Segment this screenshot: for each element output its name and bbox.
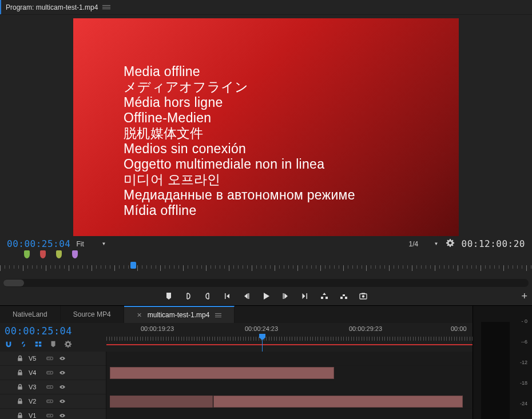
extract-button[interactable] xyxy=(334,288,354,304)
fx-icon[interactable] xyxy=(46,412,54,419)
track-lane-V1[interactable] xyxy=(106,409,473,419)
svg-rect-13 xyxy=(47,386,53,389)
svg-rect-10 xyxy=(39,345,41,347)
fx-icon[interactable] xyxy=(46,369,54,377)
mark-out-button[interactable] xyxy=(198,288,217,304)
program-mini-ruler[interactable] xyxy=(0,262,532,279)
db-label: - 0 xyxy=(521,318,527,324)
timeline-settings-icon[interactable] xyxy=(64,340,72,348)
media-offline-text: Media offlineメディアオフラインMédia hors ligneOf… xyxy=(124,64,355,218)
zoom-resolution-dropdown[interactable]: 1/4▼ xyxy=(409,239,439,249)
eye-icon[interactable] xyxy=(58,369,66,377)
mini-scrollbar[interactable] xyxy=(3,279,529,287)
timeline-tab-2[interactable]: ✕ multicam-test-1.mp4 xyxy=(124,306,235,323)
audio-meter-panel: - 0--6-12-18-24 xyxy=(473,306,532,419)
go-to-out-button[interactable] xyxy=(295,288,315,304)
eye-icon[interactable] xyxy=(58,354,66,362)
track-header-V5[interactable]: V5 xyxy=(0,352,106,366)
eye-icon[interactable] xyxy=(58,383,66,391)
play-button[interactable] xyxy=(256,288,276,304)
panel-menu-icon[interactable] xyxy=(102,5,110,9)
track-header-V3[interactable]: V3 xyxy=(0,380,106,394)
track-lane-V3[interactable] xyxy=(106,380,473,394)
linked-selection-icon[interactable] xyxy=(19,340,27,348)
add-marker-icon[interactable] xyxy=(34,340,42,348)
track-name: V2 xyxy=(29,398,41,405)
ruler-label: 00:00 xyxy=(451,325,467,332)
add-transport-button[interactable]: + xyxy=(521,290,527,302)
mini-scrollbar-thumb[interactable] xyxy=(3,280,24,286)
svg-rect-11 xyxy=(47,357,53,360)
fx-icon[interactable] xyxy=(46,354,54,362)
track-header-V4[interactable]: V4 xyxy=(0,366,106,380)
tab-menu-icon[interactable] xyxy=(215,313,221,317)
mini-playhead[interactable] xyxy=(130,262,136,269)
clip[interactable] xyxy=(213,396,463,408)
track-header-V1[interactable]: V1 xyxy=(0,409,106,419)
svg-rect-9 xyxy=(35,345,38,347)
tab-label: NativeLand xyxy=(13,310,47,318)
marker-red[interactable] xyxy=(40,250,46,258)
db-label: -12 xyxy=(520,360,527,365)
fx-icon[interactable] xyxy=(46,397,54,405)
lock-icon[interactable] xyxy=(16,369,24,377)
marker-yellow[interactable] xyxy=(56,250,62,258)
svg-rect-7 xyxy=(35,342,38,344)
program-panel-title: Program: multicam-test-1.mp4 xyxy=(6,3,98,11)
track-lane-V4[interactable] xyxy=(106,366,473,380)
timeline-ruler[interactable] xyxy=(106,337,473,344)
clip[interactable] xyxy=(110,367,334,379)
lock-icon[interactable] xyxy=(16,383,24,391)
track-name: V1 xyxy=(29,412,41,419)
program-preview[interactable]: Media offlineメディアオフラインMédia hors ligneOf… xyxy=(73,18,459,236)
db-label: --6 xyxy=(521,339,527,345)
track-lane-V5[interactable] xyxy=(106,352,473,366)
svg-rect-3 xyxy=(345,297,347,299)
tab-label: multicam-test-1.mp4 xyxy=(148,311,210,319)
marker-green[interactable] xyxy=(24,250,30,258)
audio-meter[interactable] xyxy=(481,322,510,419)
snap-icon[interactable] xyxy=(5,340,13,348)
svg-rect-12 xyxy=(47,372,53,374)
ruler-label: 00:00:24:23 xyxy=(245,325,278,332)
timeline-tab-1[interactable]: Source MP4 xyxy=(61,306,124,323)
clip[interactable] xyxy=(110,396,213,408)
close-icon[interactable]: ✕ xyxy=(137,312,142,319)
eye-icon[interactable] xyxy=(58,397,66,405)
svg-rect-8 xyxy=(39,342,41,344)
svg-rect-0 xyxy=(321,297,323,299)
track-name: V5 xyxy=(29,355,41,362)
svg-rect-1 xyxy=(325,297,328,299)
timeline-tab-0[interactable]: NativeLand xyxy=(0,306,61,323)
add-marker-button[interactable] xyxy=(159,288,178,304)
program-duration: 00:12:00:20 xyxy=(462,238,525,249)
program-timecode[interactable]: 00:00:25:04 xyxy=(7,238,70,249)
lock-icon[interactable] xyxy=(16,397,24,405)
eye-icon[interactable] xyxy=(58,412,66,419)
timeline-tabs: NativeLand Source MP4 ✕ multicam-test-1.… xyxy=(0,306,473,323)
marker-purple[interactable] xyxy=(72,250,78,258)
track-name: V4 xyxy=(29,369,41,376)
mark-in-button[interactable] xyxy=(178,288,198,304)
marker-row xyxy=(0,250,532,262)
go-to-in-button[interactable] xyxy=(217,288,237,304)
timeline-marker-icon[interactable] xyxy=(49,340,57,348)
track-header-V2[interactable]: V2 xyxy=(0,394,106,409)
settings-wrench-icon[interactable] xyxy=(446,238,455,249)
track-lane-V2[interactable] xyxy=(106,394,473,409)
step-forward-button[interactable] xyxy=(276,288,295,304)
program-panel-header: Program: multicam-test-1.mp4 xyxy=(0,0,532,15)
timeline-timecode[interactable]: 00:00:25:04 xyxy=(5,325,102,337)
fx-icon[interactable] xyxy=(46,383,54,391)
zoom-fit-dropdown[interactable]: Fit▼ xyxy=(76,239,106,249)
lift-button[interactable] xyxy=(315,288,334,304)
export-frame-button[interactable] xyxy=(354,288,373,304)
track-name: V3 xyxy=(29,384,41,390)
ruler-label: 00:00:29:23 xyxy=(349,325,382,332)
step-back-button[interactable] xyxy=(237,288,256,304)
db-label: -24 xyxy=(520,401,527,406)
lock-icon[interactable] xyxy=(16,412,24,419)
lock-icon[interactable] xyxy=(16,354,24,362)
tab-label: Source MP4 xyxy=(73,310,111,318)
transport-controls: + xyxy=(0,287,532,305)
